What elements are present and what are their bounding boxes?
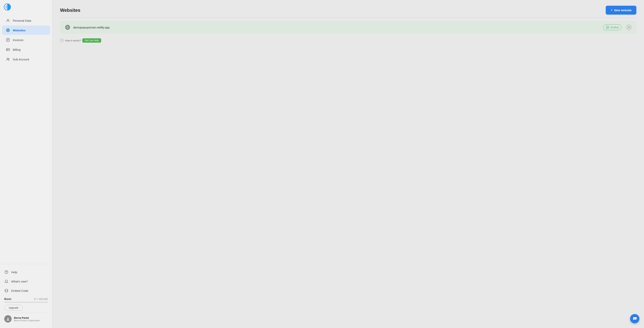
verified-badge: Verified bbox=[603, 24, 622, 30]
receipt-icon bbox=[6, 38, 10, 42]
code-icon bbox=[4, 289, 8, 293]
avatar bbox=[4, 315, 12, 323]
svg-rect-13 bbox=[6, 49, 10, 51]
sidebar-item-label: Invoices bbox=[13, 38, 24, 42]
bell-icon bbox=[4, 279, 8, 284]
svg-point-33 bbox=[635, 318, 636, 319]
chat-support-button[interactable] bbox=[630, 314, 639, 323]
user-org: Berna Partal's Organization bbox=[14, 319, 40, 322]
sidebar-item-billing[interactable]: Billing bbox=[2, 45, 50, 54]
sidebar-item-sub-account[interactable]: Sub Account bbox=[2, 55, 50, 64]
user-info: Berna Partal Berna Partal's Organization bbox=[14, 316, 40, 322]
sidebar-item-websites[interactable]: Websites bbox=[2, 25, 50, 35]
card-icon bbox=[6, 47, 10, 52]
group-icon bbox=[6, 57, 10, 61]
website-url: demopopupsmart.netlify.app bbox=[73, 26, 600, 29]
nav-items: Personal Data Websites bbox=[0, 14, 52, 264]
help-circle-icon bbox=[4, 270, 8, 274]
user-section: Berna Partal Berna Partal's Organization bbox=[2, 313, 50, 325]
website-item: demopopupsmart.netlify.app Verified bbox=[60, 21, 636, 34]
svg-point-32 bbox=[634, 318, 635, 319]
verified-label: Verified bbox=[610, 26, 618, 29]
checkmark-icon bbox=[606, 26, 609, 29]
upgrade-button[interactable]: Upgrade bbox=[4, 305, 23, 311]
sidebar-item-label: What's new? bbox=[11, 280, 28, 283]
website-globe-icon bbox=[65, 24, 70, 30]
logo-area bbox=[0, 0, 52, 14]
sidebar-item-invoices[interactable]: Invoices bbox=[2, 35, 50, 44]
how-it-works-text: How it works? bbox=[65, 39, 81, 42]
sidebar-item-whats-new[interactable]: What's new? bbox=[2, 277, 50, 286]
question-icon: ? bbox=[60, 39, 64, 42]
page-header: Websites + New website bbox=[60, 6, 636, 18]
sidebar-item-label: Help bbox=[11, 271, 17, 274]
svg-point-22 bbox=[7, 318, 9, 319]
sidebar-item-embed-code[interactable]: Embed Code bbox=[2, 286, 50, 295]
main-content: Websites + New website demopopupsmart.ne… bbox=[52, 0, 644, 328]
remove-website-button[interactable] bbox=[626, 24, 632, 30]
sidebar-item-label: Embed Code bbox=[11, 289, 28, 292]
sidebar-item-personal-data[interactable]: Personal Data bbox=[2, 16, 50, 25]
person-icon bbox=[6, 18, 10, 23]
user-name: Berna Partal bbox=[14, 316, 40, 319]
svg-point-16 bbox=[7, 58, 8, 59]
sidebar-item-help[interactable]: Help bbox=[2, 268, 50, 277]
plus-icon: + bbox=[610, 8, 612, 12]
sidebar: Personal Data Websites bbox=[0, 0, 52, 328]
how-it-works-section: ? How it works? Get Live Help bbox=[60, 38, 636, 43]
sidebar-item-label: Billing bbox=[13, 48, 20, 51]
sidebar-bottom: Help What's new? Embed Code bbox=[0, 264, 52, 328]
svg-point-20 bbox=[6, 273, 6, 273]
sidebar-item-label: Personal Data bbox=[13, 19, 31, 22]
app-logo bbox=[4, 3, 11, 10]
plan-progress-bar bbox=[4, 302, 48, 303]
plan-section: Basic 27 / 100.000 Upgrade bbox=[2, 296, 50, 312]
svg-point-28 bbox=[606, 26, 609, 29]
page-title: Websites bbox=[60, 7, 80, 13]
svg-point-31 bbox=[634, 318, 634, 319]
sidebar-item-label: Sub Account bbox=[13, 58, 29, 61]
plan-usage: 27 / 100.000 bbox=[34, 298, 48, 301]
new-website-button[interactable]: + New website bbox=[606, 6, 636, 14]
plan-name: Basic bbox=[4, 298, 12, 301]
svg-point-17 bbox=[8, 58, 9, 59]
globe-icon bbox=[6, 28, 10, 32]
svg-point-2 bbox=[7, 6, 8, 7]
svg-rect-15 bbox=[7, 50, 8, 50]
sidebar-item-label: Websites bbox=[13, 29, 26, 32]
new-website-label: New website bbox=[614, 8, 632, 12]
get-live-help-button[interactable]: Get Live Help bbox=[82, 38, 101, 43]
